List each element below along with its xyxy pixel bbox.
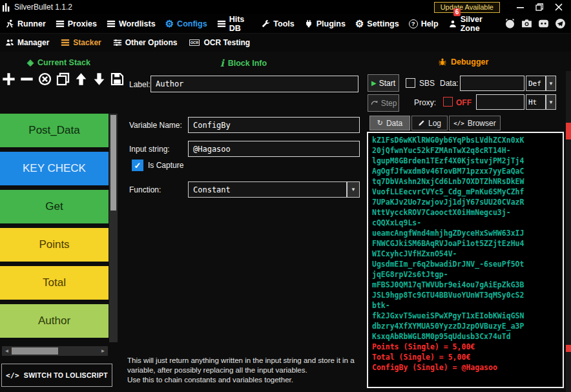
menu-item-help[interactable]: ? Help (409, 19, 439, 28)
menu-item-configs[interactable]: ⚙ Configs (165, 19, 207, 28)
is-capture-checkbox[interactable]: ✓ (132, 160, 143, 171)
stack-toolbar (2, 72, 124, 86)
submenu-item-manager[interactable]: Manager (5, 38, 49, 47)
menu-item-wordlists[interactable]: Wordlists (107, 19, 156, 28)
stack-icon (56, 19, 65, 28)
scrollbar-thumb[interactable] (110, 115, 116, 211)
tab-label: Data (386, 119, 402, 128)
close-button[interactable] (549, 0, 568, 14)
window-scrollbar[interactable] (566, 71, 571, 392)
function-select[interactable]: Constant (188, 181, 347, 198)
tab-log[interactable]: Log (411, 116, 448, 130)
variable-name-caption: Variable Name: (129, 121, 182, 130)
stack-block-points[interactable]: Points (0, 228, 109, 262)
update-available-button[interactable]: Update Available (434, 2, 500, 13)
duplicate-block-button[interactable] (56, 72, 70, 86)
stack-block-key-check[interactable]: KEY CHECK (0, 152, 109, 185)
remove-block-button[interactable] (20, 72, 34, 86)
person-icon (448, 19, 457, 28)
discord-icon[interactable] (538, 18, 549, 29)
section-title: Debugger (451, 57, 488, 67)
stack-block-author[interactable]: Author (0, 304, 109, 338)
silverbullet-window: SilverBullet 1.1.2 Update Available Runn… (0, 0, 571, 392)
menu-item-silver-zone[interactable]: 6 Silver Zone (448, 15, 495, 33)
wordlist-type-select[interactable]: Def (526, 76, 546, 91)
code-icon: </> (453, 120, 464, 127)
is-capture-label: Is Capture (148, 161, 183, 170)
camera-icon[interactable] (521, 18, 532, 29)
scrollbar-thumb[interactable] (12, 347, 58, 355)
variable-name-input[interactable] (188, 117, 360, 133)
disable-block-button[interactable] (38, 72, 52, 86)
menu-item-settings[interactable]: ⚙ Settings (355, 19, 399, 28)
plug-icon (304, 19, 313, 28)
proxy-checkbox[interactable] (443, 97, 453, 107)
submenu-item-stacker[interactable]: Stacker (61, 38, 101, 47)
stack-block-post-data[interactable]: Post_Data (0, 114, 109, 147)
menu-icon-cluster (504, 18, 566, 29)
submenu-label: OCR Testing (203, 38, 250, 47)
function-dropdown-arrow[interactable]: ▼ (347, 181, 360, 198)
menu-item-tools[interactable]: Tools (261, 19, 294, 28)
scroll-left-arrow[interactable]: ◄ (2, 346, 12, 356)
label-caption: Label: (129, 80, 151, 89)
step-label: Step (381, 99, 397, 108)
proxy-type-select[interactable]: Ht (526, 94, 546, 110)
main-menu-bar: Runner Proxies Wordlists ⚙ Configs Hits … (0, 14, 571, 34)
list-icon (107, 19, 116, 28)
proxy-input[interactable] (476, 94, 524, 110)
minimize-button[interactable] (510, 0, 530, 14)
stacker-icon (61, 38, 70, 47)
block-label: KEY CHECK (23, 162, 86, 175)
menu-item-plugins[interactable]: Plugins (304, 19, 346, 28)
menu-label: Tools (273, 19, 294, 28)
submenu-item-other-options[interactable]: Other Options (113, 38, 178, 47)
move-down-button[interactable] (92, 72, 106, 86)
app-logo-icon (3, 3, 10, 12)
block-description: This will just return anything written i… (127, 356, 368, 386)
telegram-icon[interactable] (555, 18, 566, 29)
submenu-item-ocr-testing[interactable]: OCR OCR Testing (189, 38, 250, 47)
save-config-button[interactable] (110, 72, 124, 86)
ocr-icon: OCR (189, 38, 200, 47)
debugger-capture-output: Points (Single) = 5,00€ Total (Single) =… (372, 342, 559, 373)
stack-horizontal-scrollbar[interactable]: ◄ ► (2, 346, 108, 356)
stack-block-get[interactable]: Get (0, 190, 109, 223)
menu-label: Configs (177, 19, 207, 28)
bug-icon (438, 57, 447, 67)
proxy-type-arrow[interactable]: ▼ (546, 94, 556, 110)
step-icon (370, 99, 379, 107)
add-block-button[interactable] (2, 72, 16, 86)
menu-label: Plugins (317, 19, 346, 28)
submenu-label: Stacker (73, 38, 101, 47)
step-button[interactable]: Step (368, 94, 399, 112)
label-input[interactable] (151, 76, 358, 92)
debugger-data-output: kZ1FsD6wKKlRWG0yb6YqPbsLVdhZCXn0xK 20jQf… (372, 135, 559, 342)
maximize-button[interactable] (530, 0, 549, 14)
wordlist-type-arrow[interactable]: ▼ (546, 76, 556, 91)
switch-to-loliscript-button[interactable]: </> SWITCH TO LOLISCRIPT (1, 364, 112, 387)
scroll-right-arrow[interactable]: ► (98, 346, 108, 356)
title-bar: SilverBullet 1.1.2 Update Available (0, 0, 571, 14)
menu-item-hits-db[interactable]: Hits DB (217, 15, 252, 33)
current-stack-header: ◈ Current Stack (27, 57, 90, 67)
start-button[interactable]: ▶ Start (368, 74, 399, 92)
play-icon: ▶ (371, 79, 377, 87)
notification-badge: 6 (453, 8, 461, 16)
alarm-clock-icon[interactable] (504, 18, 515, 29)
minimize-icon (517, 4, 524, 11)
switch-button-label: SWITCH TO LOLISCRIPT (24, 371, 108, 379)
input-string-input[interactable] (188, 141, 360, 157)
block-label: Total (43, 276, 66, 289)
stack-block-total[interactable]: Total (0, 266, 109, 300)
svg-text:OCR: OCR (191, 41, 199, 45)
tab-data[interactable]: ↻ Data (369, 116, 410, 130)
menu-item-runner[interactable]: Runner (5, 19, 46, 28)
sbs-checkbox[interactable] (406, 78, 415, 88)
stack-vertical-scrollbar[interactable] (109, 114, 118, 342)
data-input[interactable] (460, 76, 524, 91)
move-up-button[interactable] (74, 72, 88, 86)
tab-browser[interactable]: </> Browser (449, 116, 501, 130)
menu-item-proxies[interactable]: Proxies (56, 19, 97, 28)
block-label: Author (38, 315, 70, 327)
